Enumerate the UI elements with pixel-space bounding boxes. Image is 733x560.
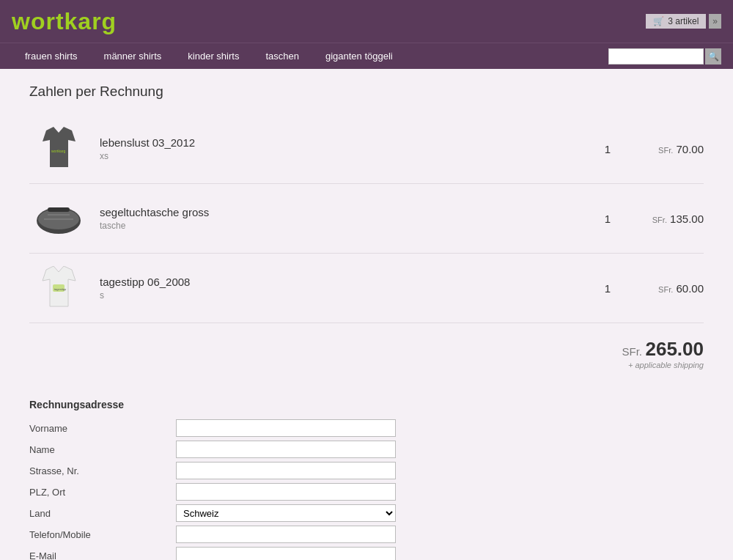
form-row-plz: PLZ, Ort: [29, 483, 704, 501]
label-telefon: Telefon/Mobile: [29, 529, 176, 540]
input-telefon[interactable]: [176, 526, 396, 543]
cart-label: 3 artikel: [668, 16, 699, 26]
input-plz[interactable]: [176, 483, 396, 501]
item-price: SFr. 70.00: [630, 143, 704, 155]
label-vorname: Vorname: [29, 423, 176, 434]
nav-item-kinder-shirts[interactable]: kinder shirts: [174, 43, 252, 70]
svg-text:tagestipp: tagestipp: [54, 287, 67, 291]
cart-area: 🛒 3 artikel »: [646, 14, 721, 29]
nav-links: frauen shirts männer shirts kinder shirt…: [12, 43, 608, 70]
label-plz: PLZ, Ort: [29, 487, 176, 498]
label-land: Land: [29, 508, 176, 519]
form-row-land: Land Schweiz Deutschland Österreich: [29, 504, 704, 522]
form-row-strasse: Strasse, Nr.: [29, 462, 704, 479]
total-area: SFr. 265.00 + applicable shipping: [29, 323, 704, 377]
total-line: SFr. 265.00: [29, 338, 704, 361]
cart-item: tagestipp tagestipp 06_2008 s 1 SFr. 60.…: [29, 254, 704, 323]
price-currency: SFr.: [652, 215, 667, 224]
item-sub: xs: [100, 151, 585, 161]
label-strasse: Strasse, Nr.: [29, 465, 176, 476]
item-price: SFr. 60.00: [630, 282, 704, 295]
price-currency: SFr.: [658, 285, 673, 294]
svg-rect-4: [48, 207, 70, 212]
price-currency: SFr.: [658, 146, 673, 155]
logo[interactable]: wortkarg: [12, 8, 117, 35]
navigation: frauen shirts männer shirts kinder shirt…: [0, 43, 733, 69]
nav-item-frauen-shirts[interactable]: frauen shirts: [12, 43, 91, 70]
form-row-vorname: Vorname: [29, 419, 704, 437]
nav-item-giganten-toggeli[interactable]: giganten töggeli: [312, 43, 406, 70]
search-input[interactable]: [608, 48, 704, 65]
form-row-email: E-Mail: [29, 547, 704, 560]
svg-marker-0: [43, 127, 75, 167]
cart-item: segeltuchtasche gross tasche 1 SFr. 135.…: [29, 184, 704, 254]
shipping-note: + applicable shipping: [29, 361, 704, 369]
label-name: Name: [29, 444, 176, 455]
nav-item-taschen[interactable]: taschen: [252, 43, 312, 70]
item-sub: tasche: [100, 221, 585, 231]
search-button[interactable]: 🔍: [705, 48, 721, 65]
input-name[interactable]: [176, 441, 396, 458]
item-name: segeltuchtasche gross: [100, 206, 585, 218]
item-qty: 1: [597, 213, 619, 225]
item-qty: 1: [597, 282, 619, 295]
item-sub: s: [100, 290, 585, 301]
billing-title: Rechnungsadresse: [29, 399, 704, 410]
search-area: 🔍: [608, 48, 721, 65]
item-name: tagestipp 06_2008: [100, 276, 585, 288]
cart-items-list: wortkarg lebenslust 03_2012 xs 1 SFr. 70…: [29, 114, 704, 323]
input-vorname[interactable]: [176, 419, 396, 437]
main-content: Zahlen per Rechnung wortkarg lebenslust …: [0, 69, 733, 560]
form-row-telefon: Telefon/Mobile: [29, 526, 704, 543]
billing-section: Rechnungsadresse Vorname Name Strasse, N…: [29, 399, 704, 560]
cart-icon: 🛒: [653, 16, 664, 26]
item-qty: 1: [597, 143, 619, 155]
input-email[interactable]: [176, 547, 396, 560]
item-image: tagestipp: [29, 262, 88, 314]
svg-text:wortkarg: wortkarg: [51, 149, 65, 153]
item-price: SFr. 135.00: [630, 213, 704, 225]
cart-item: wortkarg lebenslust 03_2012 xs 1 SFr. 70…: [29, 114, 704, 184]
form-row-name: Name: [29, 441, 704, 458]
total-currency: SFr.: [622, 345, 643, 358]
item-image: wortkarg: [29, 123, 88, 174]
page-title: Zahlen per Rechnung: [29, 84, 704, 100]
input-strasse[interactable]: [176, 462, 396, 479]
nav-item-manner-shirts[interactable]: männer shirts: [91, 43, 175, 70]
select-land[interactable]: Schweiz Deutschland Österreich: [176, 504, 396, 522]
cart-arrow-button[interactable]: »: [709, 14, 721, 29]
header: wortkarg 🛒 3 artikel »: [0, 0, 733, 43]
cart-button[interactable]: 🛒 3 artikel: [646, 14, 706, 29]
label-email: E-Mail: [29, 550, 176, 561]
item-info: lebenslust 03_2012 xs: [100, 136, 585, 161]
item-name: lebenslust 03_2012: [100, 136, 585, 149]
total-amount: 265.00: [645, 338, 704, 360]
item-info: segeltuchtasche gross tasche: [100, 206, 585, 231]
item-info: tagestipp 06_2008 s: [100, 276, 585, 301]
item-image: [29, 193, 88, 244]
